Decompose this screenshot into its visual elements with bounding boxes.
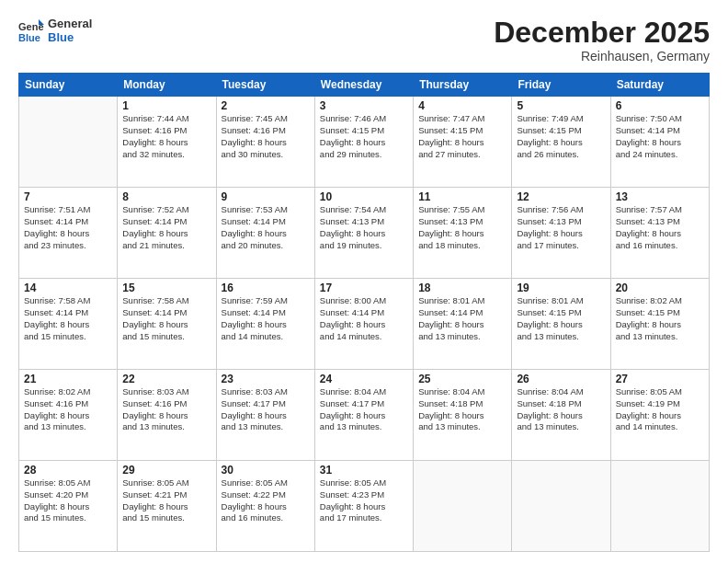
day-info: Sunrise: 8:04 AM Sunset: 4:18 PM Dayligh… [517, 386, 605, 433]
day-cell: 22Sunrise: 8:03 AM Sunset: 4:16 PM Dayli… [118, 370, 216, 461]
day-cell [19, 97, 118, 188]
day-number: 25 [418, 373, 506, 385]
day-info: Sunrise: 7:50 AM Sunset: 4:14 PM Dayligh… [616, 113, 704, 160]
day-number: 20 [616, 282, 704, 294]
day-number: 27 [616, 373, 704, 385]
day-number: 22 [122, 373, 210, 385]
week-row-5: 28Sunrise: 8:05 AM Sunset: 4:20 PM Dayli… [19, 461, 710, 552]
day-number: 4 [418, 99, 506, 112]
day-info: Sunrise: 8:03 AM Sunset: 4:16 PM Dayligh… [122, 386, 210, 433]
title-block: December 2025 Reinhausen, Germany [494, 17, 710, 63]
day-cell: 30Sunrise: 8:05 AM Sunset: 4:22 PM Dayli… [216, 461, 314, 552]
day-number: 7 [24, 190, 112, 203]
weekday-header-friday: Friday [512, 74, 610, 97]
day-cell: 31Sunrise: 8:05 AM Sunset: 4:23 PM Dayli… [314, 461, 413, 552]
day-info: Sunrise: 8:01 AM Sunset: 4:15 PM Dayligh… [517, 295, 605, 342]
day-info: Sunrise: 8:05 AM Sunset: 4:21 PM Dayligh… [122, 477, 210, 524]
day-cell: 15Sunrise: 7:58 AM Sunset: 4:14 PM Dayli… [118, 279, 216, 370]
day-cell: 6Sunrise: 7:50 AM Sunset: 4:14 PM Daylig… [610, 97, 709, 188]
day-info: Sunrise: 8:05 AM Sunset: 4:19 PM Dayligh… [616, 386, 704, 433]
calendar-table: SundayMondayTuesdayWednesdayThursdayFrid… [18, 73, 710, 552]
day-cell: 17Sunrise: 8:00 AM Sunset: 4:14 PM Dayli… [314, 279, 413, 370]
day-cell: 13Sunrise: 7:57 AM Sunset: 4:13 PM Dayli… [610, 188, 709, 279]
day-number: 30 [222, 464, 310, 477]
day-cell: 14Sunrise: 7:58 AM Sunset: 4:14 PM Dayli… [19, 279, 118, 370]
day-info: Sunrise: 7:59 AM Sunset: 4:14 PM Dayligh… [222, 295, 310, 342]
day-number: 10 [320, 190, 408, 203]
day-number: 9 [222, 190, 310, 203]
weekday-header-monday: Monday [118, 74, 216, 97]
day-info: Sunrise: 7:57 AM Sunset: 4:13 PM Dayligh… [616, 204, 704, 251]
day-info: Sunrise: 8:00 AM Sunset: 4:14 PM Dayligh… [320, 295, 408, 342]
logo: General Blue General Blue [18, 17, 92, 44]
day-info: Sunrise: 7:55 AM Sunset: 4:13 PM Dayligh… [418, 204, 506, 251]
day-number: 12 [517, 190, 605, 203]
day-info: Sunrise: 8:04 AM Sunset: 4:17 PM Dayligh… [320, 386, 408, 433]
day-number: 8 [122, 190, 210, 203]
day-info: Sunrise: 7:58 AM Sunset: 4:14 PM Dayligh… [24, 295, 112, 342]
day-number: 26 [517, 373, 605, 385]
day-info: Sunrise: 8:05 AM Sunset: 4:22 PM Dayligh… [222, 477, 310, 524]
day-info: Sunrise: 7:56 AM Sunset: 4:13 PM Dayligh… [517, 204, 605, 251]
day-number: 21 [24, 373, 112, 385]
day-number: 11 [418, 190, 506, 203]
location: Reinhausen, Germany [494, 49, 710, 63]
day-number: 29 [122, 464, 210, 477]
day-cell: 29Sunrise: 8:05 AM Sunset: 4:21 PM Dayli… [118, 461, 216, 552]
day-info: Sunrise: 8:02 AM Sunset: 4:16 PM Dayligh… [24, 386, 112, 433]
logo-blue-text: Blue [48, 30, 92, 44]
day-cell: 26Sunrise: 8:04 AM Sunset: 4:18 PM Dayli… [512, 370, 610, 461]
day-info: Sunrise: 7:53 AM Sunset: 4:14 PM Dayligh… [222, 204, 310, 251]
day-cell: 5Sunrise: 7:49 AM Sunset: 4:15 PM Daylig… [512, 97, 610, 188]
weekday-header-tuesday: Tuesday [216, 74, 314, 97]
day-number: 2 [222, 99, 310, 112]
day-cell: 16Sunrise: 7:59 AM Sunset: 4:14 PM Dayli… [216, 279, 314, 370]
weekday-header-thursday: Thursday [414, 74, 512, 97]
svg-text:Blue: Blue [18, 32, 40, 43]
day-info: Sunrise: 8:05 AM Sunset: 4:23 PM Dayligh… [320, 477, 408, 524]
day-number: 16 [222, 282, 310, 294]
day-number: 14 [24, 282, 112, 294]
day-cell: 23Sunrise: 8:03 AM Sunset: 4:17 PM Dayli… [216, 370, 314, 461]
day-cell: 28Sunrise: 8:05 AM Sunset: 4:20 PM Dayli… [19, 461, 118, 552]
day-cell: 21Sunrise: 8:02 AM Sunset: 4:16 PM Dayli… [19, 370, 118, 461]
week-row-1: 1Sunrise: 7:44 AM Sunset: 4:16 PM Daylig… [19, 97, 710, 188]
day-cell: 10Sunrise: 7:54 AM Sunset: 4:13 PM Dayli… [314, 188, 413, 279]
day-info: Sunrise: 7:47 AM Sunset: 4:15 PM Dayligh… [418, 113, 506, 160]
day-cell [610, 461, 709, 552]
day-number: 15 [122, 282, 210, 294]
day-cell: 1Sunrise: 7:44 AM Sunset: 4:16 PM Daylig… [118, 97, 216, 188]
day-cell: 24Sunrise: 8:04 AM Sunset: 4:17 PM Dayli… [314, 370, 413, 461]
day-number: 3 [320, 99, 408, 112]
day-cell [512, 461, 610, 552]
day-cell: 19Sunrise: 8:01 AM Sunset: 4:15 PM Dayli… [512, 279, 610, 370]
header: General Blue General Blue December 2025 … [18, 17, 710, 63]
calendar-page: General Blue General Blue December 2025 … [0, 0, 728, 563]
day-cell: 2Sunrise: 7:45 AM Sunset: 4:16 PM Daylig… [216, 97, 314, 188]
day-cell: 7Sunrise: 7:51 AM Sunset: 4:14 PM Daylig… [19, 188, 118, 279]
week-row-4: 21Sunrise: 8:02 AM Sunset: 4:16 PM Dayli… [19, 370, 710, 461]
day-info: Sunrise: 7:45 AM Sunset: 4:16 PM Dayligh… [222, 113, 310, 160]
day-cell: 3Sunrise: 7:46 AM Sunset: 4:15 PM Daylig… [314, 97, 413, 188]
day-cell: 18Sunrise: 8:01 AM Sunset: 4:14 PM Dayli… [414, 279, 512, 370]
day-number: 23 [222, 373, 310, 385]
day-info: Sunrise: 8:04 AM Sunset: 4:18 PM Dayligh… [418, 386, 506, 433]
day-number: 13 [616, 190, 704, 203]
weekday-header-wednesday: Wednesday [314, 74, 413, 97]
week-row-3: 14Sunrise: 7:58 AM Sunset: 4:14 PM Dayli… [19, 279, 710, 370]
day-info: Sunrise: 8:03 AM Sunset: 4:17 PM Dayligh… [222, 386, 310, 433]
week-row-2: 7Sunrise: 7:51 AM Sunset: 4:14 PM Daylig… [19, 188, 710, 279]
day-number: 19 [517, 282, 605, 294]
day-info: Sunrise: 7:58 AM Sunset: 4:14 PM Dayligh… [122, 295, 210, 342]
day-number: 18 [418, 282, 506, 294]
day-info: Sunrise: 8:01 AM Sunset: 4:14 PM Dayligh… [418, 295, 506, 342]
day-cell [414, 461, 512, 552]
day-cell: 4Sunrise: 7:47 AM Sunset: 4:15 PM Daylig… [414, 97, 512, 188]
day-number: 31 [320, 464, 408, 477]
logo-icon: General Blue [18, 17, 44, 43]
weekday-header-sunday: Sunday [19, 74, 118, 97]
logo-general-text: General [48, 17, 92, 30]
day-info: Sunrise: 7:52 AM Sunset: 4:14 PM Dayligh… [122, 204, 210, 251]
day-cell: 9Sunrise: 7:53 AM Sunset: 4:14 PM Daylig… [216, 188, 314, 279]
day-number: 6 [616, 99, 704, 112]
